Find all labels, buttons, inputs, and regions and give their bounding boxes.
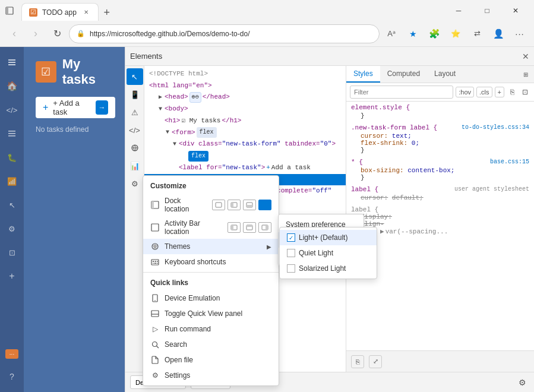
collections-btn[interactable]: ⭐ — [446, 24, 465, 43]
memory-btn[interactable]: ⚙ — [127, 175, 143, 192]
reader-view-btn[interactable]: Aᵃ — [382, 24, 401, 43]
expand-icon-btn[interactable]: ⤢ — [369, 355, 382, 368]
nav-list-btn[interactable] — [1, 123, 23, 144]
html-line[interactable]: <label for="new-task">+ Add a task — [144, 162, 346, 174]
settings-gear-btn[interactable]: ⚙ — [515, 375, 529, 390]
open-file-label: Open file — [165, 356, 271, 364]
copy-btn[interactable]: ⎘ — [507, 87, 517, 97]
toggle-quick-view-item[interactable]: Toggle Quick View panel — [143, 306, 279, 321]
svg-rect-14 — [231, 203, 233, 207]
actbar-right-btn[interactable] — [258, 222, 271, 233]
flex-badge-line[interactable]: flex — [144, 150, 346, 162]
search-item[interactable]: Search — [143, 337, 279, 352]
quiet-light-item[interactable]: Quiet Light — [280, 245, 377, 261]
device-emulation-item[interactable]: Device Emulation — [143, 290, 279, 306]
new-tab-btn[interactable]: + — [99, 4, 115, 21]
console-btn[interactable]: ⚠ — [127, 104, 143, 121]
tab-computed[interactable]: Computed — [380, 66, 427, 83]
actbar-top-btn[interactable] — [243, 222, 256, 233]
copy-icon-btn[interactable]: ⎘ — [351, 355, 364, 368]
select-element-btn[interactable]: ↖ — [127, 68, 143, 85]
html-line[interactable]: ▶ <head>⊕⊖</head> — [144, 91, 346, 103]
plus-icon: + — [43, 102, 48, 113]
css-source-link[interactable]: base.css:15 — [490, 159, 529, 166]
html-line[interactable]: ▼ <body> — [144, 103, 346, 115]
extensions-btn[interactable]: 🧩 — [425, 24, 444, 43]
forward-btn[interactable]: › — [26, 24, 45, 43]
address-bar[interactable]: 🔒 https://microsoftedge.github.io/Demos/… — [69, 24, 380, 43]
keyboard-shortcuts-item[interactable]: Keyboard shortcuts — [143, 254, 279, 270]
activity-bar-icons — [227, 222, 271, 233]
nav-network-btn[interactable]: ⊡ — [1, 242, 23, 263]
minimize-btn[interactable]: ─ — [445, 0, 472, 21]
nav-settings-btn[interactable]: ⚙ — [1, 218, 23, 239]
hov-btn[interactable]: :hov — [456, 87, 474, 97]
settings-icon: ⚙ — [150, 371, 160, 380]
active-tab[interactable]: ☑ TODO app ✕ — [21, 3, 99, 21]
add-task-btn[interactable]: + + Add a task → — [36, 97, 115, 118]
back-btn[interactable]: ‹ — [5, 24, 24, 43]
nav-home-btn[interactable]: 🏠 — [1, 75, 23, 97]
dock-location-item[interactable]: Dock location — [143, 194, 279, 216]
profile-btn[interactable]: 👤 — [489, 24, 508, 43]
quick-links-title: Quick links — [143, 275, 279, 290]
html-line[interactable]: <html lang="en"> — [144, 80, 346, 92]
nav-cursor-btn[interactable]: ↖ — [1, 194, 23, 216]
solarized-light-item[interactable]: Solarized Light — [280, 261, 377, 276]
sources-btn[interactable]: </> — [127, 122, 143, 138]
more-icon-btn[interactable]: ··· — [5, 349, 18, 359]
dock-location-icons — [212, 200, 271, 210]
nav-code-btn[interactable]: </> — [1, 99, 23, 121]
close-btn[interactable]: ✕ — [502, 0, 529, 21]
customize-title: Customize — [143, 178, 279, 194]
light-plus-item[interactable]: ✓ Light+ (Default) — [280, 230, 377, 245]
nav-bug-btn[interactable]: 🐛 — [1, 147, 23, 168]
devtools-close-btn[interactable]: ✕ — [522, 52, 529, 61]
nav-add-btn[interactable]: + — [1, 265, 23, 287]
html-line[interactable]: <!DOCTYPE html> — [144, 68, 346, 80]
svg-line-39 — [156, 346, 159, 348]
add-task-arrow: → — [96, 100, 108, 115]
themes-item[interactable]: Themes ▶ — [143, 239, 279, 254]
performance-btn[interactable]: 📊 — [127, 157, 143, 174]
tab-close-btn[interactable]: ✕ — [81, 8, 91, 17]
favorites-btn[interactable]: ★ — [403, 24, 422, 43]
expand-icon[interactable]: ▼ — [157, 105, 163, 114]
tab-layout[interactable]: Layout — [427, 66, 463, 83]
html-line[interactable]: ▼ <div class="new-task-form" tabindex="0… — [144, 138, 346, 150]
nav-wifi-btn[interactable]: 📶 — [1, 170, 23, 192]
dock-bottom-btn[interactable] — [243, 200, 256, 210]
actbar-left-btn[interactable] — [227, 222, 241, 233]
dock-undock-btn[interactable] — [212, 200, 225, 210]
activity-bar-item[interactable]: Activity Bar location — [143, 216, 279, 239]
share-btn[interactable]: ⇄ — [467, 24, 486, 43]
open-file-item[interactable]: Open file — [143, 352, 279, 368]
cls-btn[interactable]: .cls — [476, 87, 492, 97]
styles-filter-input[interactable] — [350, 86, 453, 99]
nav-help-btn[interactable]: ? — [1, 366, 23, 387]
network-btn[interactable] — [127, 140, 143, 156]
maximize-btn[interactable]: □ — [473, 0, 501, 21]
html-line[interactable]: <h1>☑ My tasks</h1> — [144, 115, 346, 127]
html-line[interactable]: ▼ <form> flex — [144, 127, 346, 138]
add-rule-btn[interactable]: + — [495, 87, 504, 97]
css-source-link[interactable]: to-do-styles.css:34 — [462, 124, 529, 131]
expand-panels-btn[interactable]: ⊞ — [521, 69, 530, 79]
sidebar-toggle-btn[interactable] — [5, 6, 14, 15]
refresh-btn[interactable]: ↻ — [48, 24, 67, 43]
settings-item[interactable]: ⚙ Settings — [143, 368, 279, 383]
sidebar-title: My tasks — [62, 56, 115, 87]
expand-icon[interactable]: ▶ — [157, 93, 163, 102]
device-emulation-btn[interactable]: 📱 — [127, 86, 143, 103]
styles-filter-bar: :hov .cls + ⎘ ⊡ — [346, 83, 534, 102]
expand-icon[interactable]: ▼ — [172, 140, 178, 149]
run-command-item[interactable]: ▷ Run command — [143, 321, 279, 337]
dock-right-btn[interactable] — [258, 200, 271, 210]
svg-rect-31 — [153, 263, 154, 264]
dock-left-btn[interactable] — [227, 200, 241, 210]
expand-icon[interactable]: ▼ — [165, 128, 170, 137]
nav-sidebar-toggle[interactable] — [1, 52, 23, 73]
layout-btn[interactable]: ⊡ — [520, 87, 530, 97]
more-btn[interactable]: ··· — [510, 24, 529, 43]
tab-styles[interactable]: Styles — [346, 66, 380, 83]
